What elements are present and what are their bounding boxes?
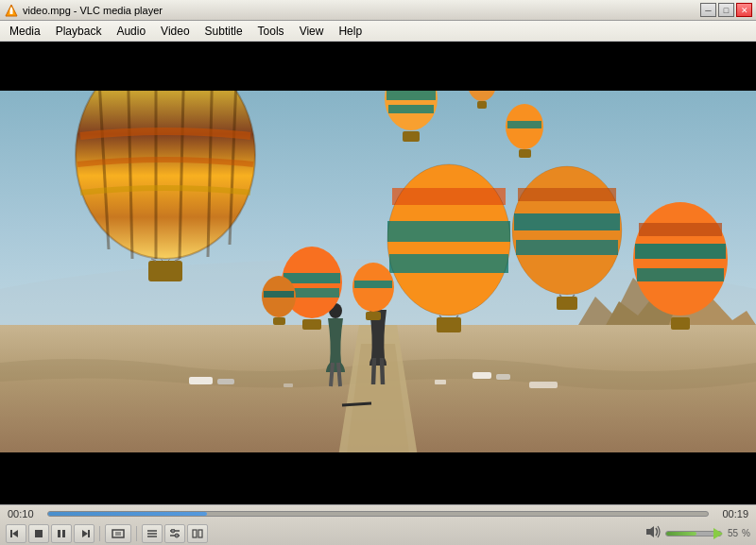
svg-rect-52 [637, 268, 724, 281]
prev-button[interactable] [6, 524, 26, 543]
svg-rect-74 [477, 101, 487, 109]
svg-rect-43 [514, 213, 620, 230]
volume-percent: 55 [728, 528, 738, 538]
svg-rect-36 [389, 254, 508, 273]
vlc-icon [4, 3, 19, 18]
title-left: video.mpg - VLC media player [4, 3, 163, 18]
svg-point-2 [10, 7, 12, 9]
fullscreen-icon [112, 529, 125, 538]
svg-rect-12 [217, 379, 234, 384]
separator-1 [99, 526, 100, 541]
svg-rect-68 [403, 131, 420, 142]
menu-audio[interactable]: Audio [109, 22, 153, 41]
svg-marker-95 [646, 526, 654, 537]
speaker-icon [644, 525, 662, 538]
svg-rect-1 [10, 9, 13, 14]
svg-rect-64 [273, 317, 285, 325]
buttons-row: 55% [0, 522, 756, 545]
fullscreen-toggle-button[interactable] [105, 524, 131, 543]
extended-settings-button[interactable] [164, 524, 185, 543]
svg-rect-85 [115, 532, 121, 536]
svg-rect-79 [35, 530, 43, 537]
svg-marker-77 [12, 530, 18, 537]
volume-icon [644, 525, 662, 541]
pause-icon [57, 529, 66, 538]
playlist-button[interactable] [142, 524, 163, 543]
menu-subtitle[interactable]: Subtitle [198, 22, 250, 41]
svg-rect-35 [387, 221, 510, 242]
svg-rect-58 [302, 319, 321, 330]
menu-video[interactable]: Video [153, 22, 197, 41]
volume-slider[interactable] [665, 531, 722, 536]
extended-icon [169, 529, 180, 538]
menu-media[interactable]: Media [2, 22, 48, 41]
menu-help[interactable]: Help [331, 22, 369, 41]
svg-line-20 [342, 403, 371, 405]
volume-percent-sign: % [742, 528, 750, 538]
next-icon [78, 529, 90, 538]
svg-rect-66 [387, 91, 436, 100]
menu-tools[interactable]: Tools [250, 22, 292, 41]
frame-icon [192, 529, 203, 538]
svg-rect-39 [437, 317, 461, 332]
svg-rect-76 [0, 452, 756, 504]
svg-rect-16 [284, 383, 293, 387]
volume-knob [713, 528, 723, 539]
title-bar: video.mpg - VLC media player ─ □ ✕ [0, 0, 756, 21]
svg-point-90 [171, 529, 175, 533]
svg-rect-17 [529, 382, 558, 388]
svg-rect-14 [496, 374, 510, 380]
svg-rect-67 [388, 105, 434, 113]
minimize-button[interactable]: ─ [700, 3, 716, 17]
frame-button[interactable] [187, 524, 208, 543]
svg-rect-60 [354, 281, 392, 288]
progress-track[interactable] [47, 511, 709, 517]
svg-rect-53 [639, 223, 722, 236]
time-total: 00:19 [714, 508, 748, 519]
svg-rect-54 [671, 317, 690, 330]
volume-fill [666, 532, 696, 536]
svg-rect-15 [435, 380, 446, 384]
svg-rect-83 [88, 530, 90, 537]
svg-rect-13 [472, 372, 491, 379]
maximize-button[interactable]: □ [718, 3, 734, 17]
svg-rect-51 [635, 244, 726, 259]
svg-point-92 [175, 534, 179, 537]
svg-rect-80 [58, 530, 60, 537]
svg-rect-45 [518, 188, 616, 201]
svg-rect-47 [557, 297, 577, 310]
stop-button[interactable] [28, 524, 49, 543]
svg-rect-11 [189, 377, 213, 384]
svg-rect-78 [10, 530, 12, 537]
menu-view[interactable]: View [292, 22, 332, 41]
svg-rect-81 [62, 530, 65, 537]
prev-icon [10, 529, 22, 538]
video-canvas [0, 42, 756, 504]
menu-playback[interactable]: Playback [48, 22, 110, 41]
title-text: video.mpg - VLC media player [23, 5, 163, 16]
video-area[interactable] [0, 42, 756, 504]
volume-area: 55% [644, 525, 750, 541]
separator-2 [136, 526, 137, 541]
play-pause-button[interactable] [51, 524, 72, 543]
svg-rect-37 [392, 188, 506, 205]
progress-area: 00:10 00:19 [0, 505, 756, 522]
svg-rect-93 [193, 530, 197, 537]
window-controls: ─ □ ✕ [700, 3, 752, 17]
menu-bar: Media Playback Audio Video Subtitle Tool… [0, 21, 756, 42]
playlist-icon [146, 529, 158, 538]
svg-rect-61 [366, 312, 381, 320]
svg-marker-82 [82, 530, 88, 537]
svg-rect-75 [0, 42, 756, 91]
stop-icon [34, 529, 43, 538]
next-button[interactable] [74, 524, 94, 543]
progress-fill [48, 512, 207, 516]
balloon-layer [0, 42, 756, 504]
close-button[interactable]: ✕ [736, 3, 752, 17]
svg-rect-94 [198, 530, 202, 537]
svg-rect-70 [507, 121, 541, 128]
time-elapsed: 00:10 [8, 508, 42, 519]
svg-rect-29 [148, 261, 182, 281]
svg-rect-44 [516, 240, 618, 255]
svg-rect-56 [284, 273, 340, 283]
